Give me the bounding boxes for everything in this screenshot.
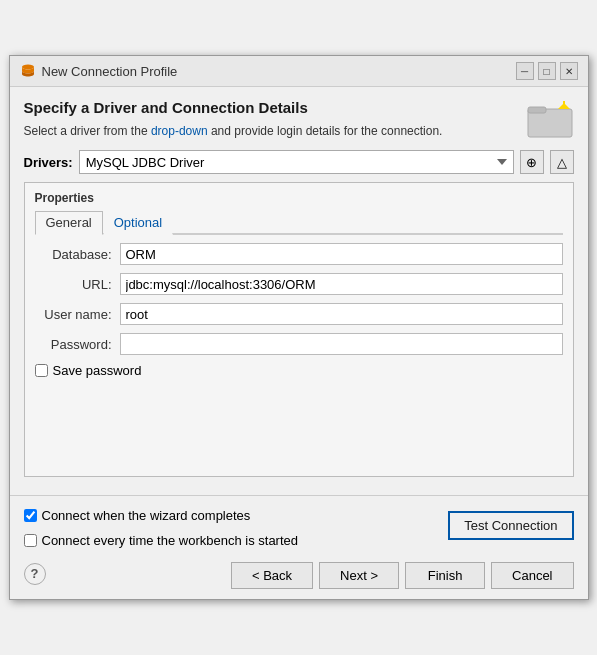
connect-workbench-row: Connect every time the workbench is star… (24, 533, 299, 548)
finish-button[interactable]: Finish (405, 562, 485, 589)
dialog-title: New Connection Profile (42, 64, 178, 79)
header-desc: Select a driver from the drop-down and p… (24, 122, 516, 140)
tabs-row: General Optional (35, 211, 563, 235)
password-input[interactable] (120, 333, 563, 355)
title-bar-controls: ─ □ ✕ (516, 62, 578, 80)
svg-rect-2 (528, 107, 546, 113)
globe-button[interactable]: ⊕ (520, 150, 544, 174)
maximize-button[interactable]: □ (538, 62, 556, 80)
connect-wizard-row: Connect when the wizard completes (24, 508, 299, 523)
drop-down-link[interactable]: drop-down (151, 124, 208, 138)
footer-row: ? < Back Next > Finish Cancel (24, 558, 574, 589)
spacer-area (35, 378, 563, 468)
database-label: Database: (35, 247, 120, 262)
save-password-row: Save password (35, 363, 563, 378)
header-section: Specify a Driver and Connection Details … (24, 99, 574, 140)
url-row: URL: (35, 273, 563, 295)
connect-wizard-checkbox[interactable] (24, 509, 37, 522)
tab-optional[interactable]: Optional (103, 211, 173, 235)
drivers-select[interactable]: MySQL JDBC Driver PostgreSQL JDBC Driver… (79, 150, 514, 174)
password-label: Password: (35, 337, 120, 352)
header-desc-text2: and provide login details for the connec… (208, 124, 443, 138)
properties-box: Properties General Optional Database: UR… (24, 182, 574, 477)
tab-general[interactable]: General (35, 211, 103, 235)
svg-point-0 (22, 65, 34, 70)
dialog-body: Specify a Driver and Connection Details … (10, 87, 588, 495)
header-desc-text1: Select a driver from the (24, 124, 151, 138)
minimize-button[interactable]: ─ (516, 62, 534, 80)
header-text: Specify a Driver and Connection Details … (24, 99, 516, 140)
properties-title: Properties (35, 191, 563, 205)
username-label: User name: (35, 307, 120, 322)
next-button[interactable]: Next > (319, 562, 399, 589)
button-row: < Back Next > Finish Cancel (231, 558, 574, 589)
close-button[interactable]: ✕ (560, 62, 578, 80)
drivers-row: Drivers: MySQL JDBC Driver PostgreSQL JD… (24, 150, 574, 174)
bottom-row: Connect when the wizard completes Connec… (24, 502, 574, 548)
drivers-label: Drivers: (24, 155, 73, 170)
bottom-section: Connect when the wizard completes Connec… (10, 495, 588, 599)
connect-workbench-checkbox[interactable] (24, 534, 37, 547)
help-button[interactable]: ? (24, 563, 46, 585)
password-row: Password: (35, 333, 563, 355)
left-checks: Connect when the wizard completes Connec… (24, 502, 299, 548)
url-label: URL: (35, 277, 120, 292)
save-password-checkbox[interactable] (35, 364, 48, 377)
database-row: Database: (35, 243, 563, 265)
test-connection-button[interactable]: Test Connection (448, 511, 573, 540)
url-input[interactable] (120, 273, 563, 295)
title-bar-left: New Connection Profile (20, 63, 178, 79)
username-row: User name: (35, 303, 563, 325)
cancel-button[interactable]: Cancel (491, 562, 573, 589)
title-bar: New Connection Profile ─ □ ✕ (10, 56, 588, 87)
database-input[interactable] (120, 243, 563, 265)
connect-workbench-label[interactable]: Connect every time the workbench is star… (42, 533, 299, 548)
connect-wizard-label[interactable]: Connect when the wizard completes (42, 508, 251, 523)
header-folder-icon (526, 99, 574, 139)
header-title: Specify a Driver and Connection Details (24, 99, 516, 116)
dialog-icon (20, 63, 36, 79)
back-button[interactable]: < Back (231, 562, 313, 589)
warn-button[interactable]: △ (550, 150, 574, 174)
save-password-label[interactable]: Save password (53, 363, 142, 378)
username-input[interactable] (120, 303, 563, 325)
new-connection-dialog: New Connection Profile ─ □ ✕ Specify a D… (9, 55, 589, 600)
